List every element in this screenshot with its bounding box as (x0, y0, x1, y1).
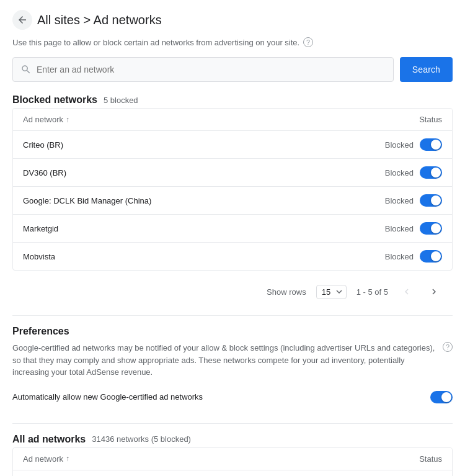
row-network-name: DV360 (BR) (23, 168, 66, 177)
blocked-networks-title: Blocked networks (12, 94, 97, 106)
section-divider-2 (12, 423, 453, 424)
row-network-name: Google: DCLK Bid Manager (China) (23, 196, 151, 205)
section-divider (12, 315, 453, 316)
row-status-container: Blocked (385, 250, 442, 263)
col-header-all-status: Status (419, 454, 442, 464)
back-button[interactable] (12, 10, 32, 30)
row-network-name: Mobvista (23, 252, 55, 261)
blocked-networks-table-header: Ad network ↑ Status (13, 109, 452, 131)
auto-allow-toggle[interactable] (430, 391, 453, 403)
row-status-container: Blocked (385, 194, 442, 207)
help-icon[interactable]: ? (303, 37, 313, 47)
toggle-thumb (431, 251, 441, 261)
toggle-thumb (431, 168, 441, 177)
toggle-switch[interactable] (420, 250, 442, 263)
preferences-title: Preferences (12, 326, 453, 337)
breadcrumb: All sites > Ad networks (12, 10, 453, 30)
row-status-label: Blocked (385, 224, 414, 233)
blocked-networks-rows: Criteo (BR) Blocked DV360 (BR) Blocked (13, 131, 452, 270)
back-arrow-icon (17, 14, 28, 25)
page-container: All sites > Ad networks Use this page to… (0, 0, 465, 476)
sort-arrow-icon[interactable]: ↑ (66, 115, 69, 124)
blocked-networks-badge: 5 blocked (104, 96, 138, 105)
subtitle-row: Use this page to allow or block certain … (12, 37, 453, 47)
row-status-container: Blocked (385, 138, 442, 151)
auto-allow-row: Automatically allow new Google-certified… (12, 386, 453, 408)
all-networks-table-header: Ad network ↑ Status (13, 448, 452, 470)
row-network-name: Marketgid (23, 224, 58, 233)
all-networks-table: Ad network ↑ Status ! AC2 Testing Partne… (12, 447, 453, 477)
all-networks-header: All ad networks 31436 networks (5 blocke… (12, 434, 453, 445)
toggle-switch[interactable] (420, 138, 442, 151)
row-status-container: Blocked (385, 166, 442, 179)
toggle-switch[interactable] (420, 166, 442, 179)
table-row: Marketgid Blocked (13, 215, 452, 243)
breadcrumb-title: All sites > Ad networks (37, 13, 162, 27)
all-networks-badge: 31436 networks (5 blocked) (92, 434, 191, 444)
table-row: DV360 (BR) Blocked (13, 159, 452, 187)
chevron-right-icon (428, 286, 440, 297)
search-box (12, 57, 394, 82)
auto-allow-label: Automatically allow new Google-certified… (12, 392, 203, 402)
preferences-description: Google-certified ad networks may be noti… (12, 342, 453, 379)
page-range: 1 - 5 of 5 (356, 287, 388, 297)
chevron-left-icon (401, 286, 412, 297)
show-rows-label: Show rows (267, 287, 306, 297)
search-row: Search (12, 57, 453, 82)
toggle-switch[interactable] (420, 194, 442, 207)
table-row: Mobvista Blocked (13, 243, 452, 270)
row-status-label: Blocked (385, 140, 414, 150)
prev-page-button[interactable] (398, 283, 415, 300)
preferences-section: Preferences Google-certified ad networks… (12, 326, 453, 408)
toggle-thumb (431, 195, 441, 205)
pagination-row: Show rows 15 25 50 1 - 5 of 5 (12, 278, 453, 305)
col-header-all-network: Ad network ↑ (23, 454, 69, 464)
preferences-help-icon[interactable]: ? (443, 342, 453, 352)
next-page-button[interactable] (425, 283, 443, 300)
toggle-thumb (431, 223, 441, 233)
row-status-label: Blocked (385, 168, 414, 177)
search-button[interactable]: Search (400, 57, 453, 82)
all-networks-title: All ad networks (12, 434, 86, 445)
toggle-thumb (431, 140, 441, 150)
table-row: Criteo (BR) Blocked (13, 131, 452, 159)
table-row: ! AC2 Testing Partner Allowed (13, 470, 452, 477)
rows-per-page-select[interactable]: 15 25 50 (316, 285, 347, 299)
search-icon (20, 64, 32, 75)
row-status-label: Blocked (385, 196, 414, 205)
col-header-status: Status (419, 115, 442, 124)
search-input[interactable] (37, 65, 386, 74)
toggle-switch[interactable] (420, 222, 442, 235)
blocked-networks-header: Blocked networks 5 blocked (12, 94, 453, 106)
row-status-label: Blocked (385, 252, 414, 261)
blocked-networks-table: Ad network ↑ Status Criteo (BR) Blocked (12, 108, 453, 271)
subtitle-text: Use this page to allow or block certain … (12, 38, 299, 47)
row-network-name: Criteo (BR) (23, 140, 63, 150)
row-status-container: Blocked (385, 222, 442, 235)
sort-arrow-all-icon[interactable]: ↑ (66, 454, 69, 463)
toggle-thumb (441, 392, 451, 402)
col-header-network: Ad network ↑ (23, 115, 69, 124)
table-row: Google: DCLK Bid Manager (China) Blocked (13, 187, 452, 215)
